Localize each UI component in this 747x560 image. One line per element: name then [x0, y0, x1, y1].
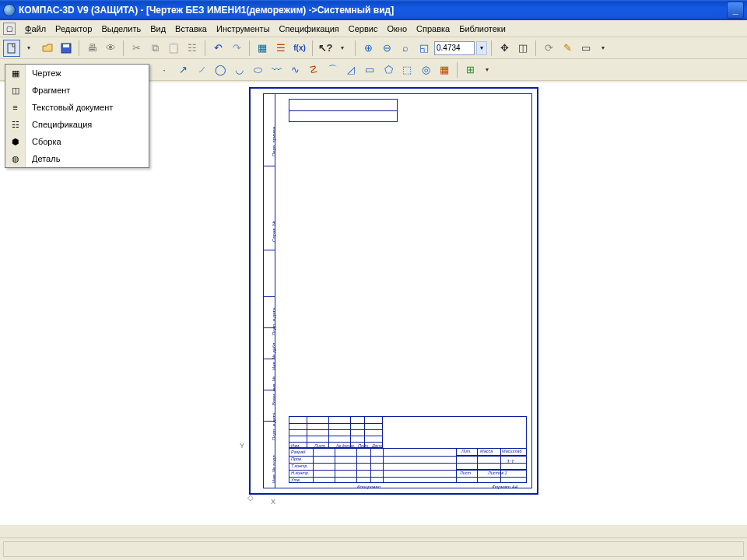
svg-rect-2	[63, 44, 69, 47]
side-label-0: Перв. примен.	[272, 125, 276, 156]
zoom-window-button[interactable]: ⌕	[397, 40, 414, 57]
menu-specification[interactable]: Спецификация	[275, 23, 344, 35]
spec-icon: ☷	[12, 120, 19, 130]
side-label-3: Инв. № дубл.	[272, 341, 276, 370]
drawing-sheet: Перв. примен. Справ. № Подп. и дата Инв.…	[249, 87, 538, 495]
menu-select[interactable]: Выделить	[96, 23, 146, 35]
sheet-frame: Перв. примен. Справ. № Подп. и дата Инв.…	[263, 93, 532, 488]
snap-dropdown[interactable]: ▾	[479, 61, 496, 79]
side-label-4: Взам. инв. №	[272, 376, 276, 405]
help-cursor-dropdown[interactable]: ▾	[334, 40, 351, 57]
zoom-input[interactable]: 0.4734	[434, 41, 475, 55]
text-doc-icon: ≡	[12, 103, 17, 112]
bezier-tool[interactable]: ∿	[286, 61, 303, 79]
top-reference-box	[289, 99, 398, 122]
properties-button[interactable]: ☷	[184, 40, 201, 57]
menu-file[interactable]: Файл	[20, 23, 51, 35]
rectangle-tool[interactable]: ▭	[361, 61, 378, 79]
segment-tool[interactable]: ⟋	[193, 61, 210, 79]
chamfer-tool[interactable]: ◿	[342, 61, 359, 79]
newmenu-fragment[interactable]: ◫ Фрагмент	[5, 82, 149, 99]
menu-editor[interactable]: Редактор	[51, 23, 96, 35]
side-label-2: Подп. и дата	[272, 308, 276, 335]
copy-button[interactable]: ⧉	[146, 40, 163, 57]
paste-button[interactable]: 📋	[165, 40, 182, 57]
undo-button[interactable]: ↶	[209, 40, 226, 57]
side-label-1: Справ. №	[272, 221, 276, 242]
menu-help[interactable]: Справка	[412, 23, 454, 35]
menu-window[interactable]: Окно	[382, 23, 412, 35]
snap-tool[interactable]: ⊞	[461, 61, 479, 79]
zoom-fit-button[interactable]: ◱	[416, 40, 433, 57]
status-row	[0, 538, 747, 560]
assembly-icon: ⬢	[12, 137, 19, 147]
redo-button[interactable]: ↷	[228, 40, 245, 57]
title-bar: КОМПАС-3D V9 (ЗАЩИТА) - [Чертеж БЕЗ ИМЕН…	[0, 0, 747, 20]
arc-tool[interactable]: ◡	[230, 61, 247, 79]
newmenu-assembly[interactable]: ⬢ Сборка	[5, 133, 149, 150]
zoom-previous-button[interactable]: ◫	[514, 40, 531, 57]
status-cell	[3, 541, 744, 557]
edit-layers-button[interactable]: ✎	[559, 40, 576, 57]
open-button[interactable]	[39, 40, 56, 57]
fragment-icon: ◫	[12, 86, 19, 96]
equidistant-tool[interactable]: ◎	[417, 61, 434, 79]
print-button[interactable]: 🖶	[83, 40, 100, 57]
newmenu-part[interactable]: ◍ Деталь	[5, 150, 149, 167]
title-block: Изм. Лист № докум. Подп. Дата Разраб. Пр…	[289, 416, 527, 483]
newmenu-drawing[interactable]: ▦ Чертеж	[5, 65, 149, 82]
fx-button[interactable]: f(x)	[291, 40, 308, 57]
part-icon: ◍	[12, 154, 19, 164]
drawing-icon: ▦	[12, 68, 19, 79]
variables-button[interactable]: ☰	[272, 40, 289, 57]
pan-button[interactable]: ✥	[496, 40, 513, 57]
save-button[interactable]	[58, 40, 75, 57]
minimize-button[interactable]: _	[727, 2, 744, 19]
title-block-right: Лит. Масса Масштаб 1:1 Лист Листов 1	[456, 448, 526, 482]
fillet-tool[interactable]: ⌒	[324, 61, 341, 79]
spline-tool[interactable]: 〰	[268, 61, 285, 79]
refresh-button[interactable]: ⟳	[540, 40, 557, 57]
menu-libraries[interactable]: Библиотеки	[454, 23, 510, 35]
contour-tool[interactable]: ⬚	[398, 61, 416, 79]
layout-dropdown[interactable]: ▾	[594, 40, 612, 57]
polyline-tool[interactable]: ☡	[305, 61, 322, 79]
layout-button[interactable]: ▭	[577, 40, 594, 57]
app-icon	[3, 4, 16, 16]
newmenu-text-document[interactable]: ≡ Текстовый документ	[5, 99, 149, 116]
circle-tool[interactable]: ◯	[212, 61, 229, 79]
newmenu-specification[interactable]: ☷ Спецификация	[5, 116, 149, 133]
axis-x-label: X	[271, 498, 275, 506]
axis-y-label: Y	[240, 442, 244, 450]
point-tool[interactable]: ·	[156, 61, 173, 79]
side-label-6: Инв. № подл.	[272, 454, 276, 483]
svg-rect-0	[8, 44, 15, 53]
copied-label: Копировал	[357, 485, 381, 489]
window-title: КОМПАС-3D V9 (ЗАЩИТА) - [Чертеж БЕЗ ИМЕН…	[19, 5, 725, 16]
toolbar-main: ▾ 🖶 👁 ✂ ⧉ 📋 ☷ ↶ ↷ ▦ ☰ f(x) ↖? ▾ ⊕ ⊖ ⌕ ◱ …	[0, 37, 747, 59]
menu-view[interactable]: Вид	[146, 23, 170, 35]
menu-bar: ▢ Файл Редактор Выделить Вид Вставка Инс…	[0, 20, 747, 37]
help-cursor-button[interactable]: ↖?	[317, 40, 334, 57]
menu-service[interactable]: Сервис	[344, 23, 383, 35]
aux-line-tool[interactable]: ↗	[174, 61, 191, 79]
library-manager-button[interactable]: ▦	[254, 40, 271, 57]
zoom-out-button[interactable]: ⊖	[378, 40, 395, 57]
zoom-dropdown[interactable]: ▾	[476, 41, 487, 55]
polygon-tool[interactable]: ⬠	[380, 61, 397, 79]
print-preview-button[interactable]: 👁	[102, 40, 119, 57]
cut-button[interactable]: ✂	[128, 40, 145, 57]
new-document-button[interactable]	[3, 40, 20, 57]
mdi-control-icon[interactable]: ▢	[3, 23, 16, 35]
new-document-dropdown[interactable]: ▾	[20, 40, 37, 57]
ellipse-tool[interactable]: ⬭	[249, 61, 266, 79]
new-document-menu: ▦ Чертеж ◫ Фрагмент ≡ Текстовый документ…	[5, 64, 149, 168]
hatch-tool[interactable]: ▦	[436, 61, 453, 79]
zoom-in-button[interactable]: ⊕	[359, 40, 377, 57]
side-label-5: Подп. и дата	[272, 413, 276, 440]
format-label: Формат A4	[492, 485, 517, 489]
status-bar	[0, 524, 747, 538]
menu-tools[interactable]: Инструменты	[212, 23, 275, 35]
menu-insert[interactable]: Вставка	[170, 23, 212, 35]
